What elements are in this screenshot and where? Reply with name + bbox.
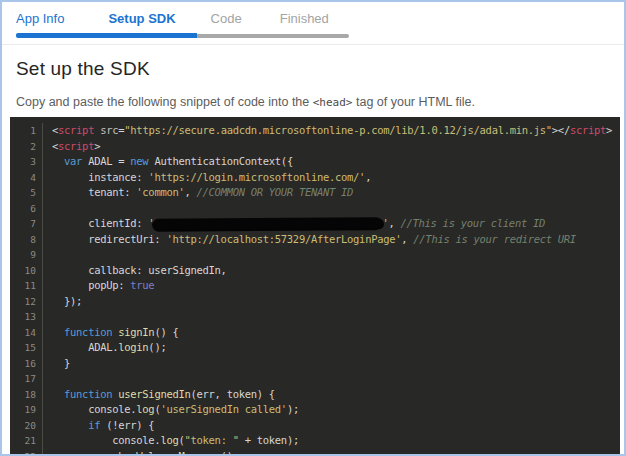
line-number: 18 [10,387,36,403]
tab-code[interactable]: Code [211,11,242,26]
code-line: 2<script> [10,139,620,155]
code-line: 8 redirectUri: 'http://localhost:57329/A… [10,232,620,248]
line-number: 5 [10,185,36,201]
tab-finished[interactable]: Finished [280,11,329,26]
code-line: 1<script src="https://secure.aadcdn.micr… [10,123,620,139]
code-editor[interactable]: 1<script src="https://secure.aadcdn.micr… [10,117,620,454]
line-number: 8 [10,232,36,248]
code-line: 4 instance: 'https://login.microsoftonli… [10,170,620,186]
code-line: 18 function userSignedIn(err, token) { [10,387,620,403]
progress-bar-complete [16,33,197,38]
line-number: 3 [10,154,36,170]
code-line: 12 }); [10,294,620,310]
line-number: 22 [10,449,36,455]
code-line: 13 [10,309,620,325]
code-line: 6 [10,201,620,217]
line-number: 1 [10,123,36,139]
line-number: 12 [10,294,36,310]
line-number: 4 [10,170,36,186]
line-number: 17 [10,371,36,387]
head-tag-inline-code: <head> [313,96,353,109]
code-line: 11 popUp: true [10,278,620,294]
line-number: 10 [10,263,36,279]
instruction-before: Copy and paste the following snippet of … [16,95,313,109]
line-number: 13 [10,309,36,325]
line-number: 14 [10,325,36,341]
code-line: 16 } [10,356,620,372]
wizard-tab-strip: App Info Setup SDK Code Finished [2,2,624,45]
instruction-text: Copy and paste the following snippet of … [16,95,610,109]
code-line: 10 callback: userSignedIn, [10,263,620,279]
line-number: 20 [10,418,36,434]
code-line: 20 if (!err) { [10,418,620,434]
code-line: 17 [10,371,620,387]
line-number: 21 [10,433,36,449]
wizard-progress-bar [16,33,624,38]
code-line: 5 tenant: 'common', //COMMON OR YOUR TEN… [10,185,620,201]
tab-app-info[interactable]: App Info [16,11,64,26]
line-number: 6 [10,201,36,217]
code-line: 9 [10,247,620,263]
redacted-client-id [154,217,382,230]
code-line: 3 var ADAL = new AuthenticationContext({ [10,154,620,170]
instruction-after: tag of your HTML file. [352,95,475,109]
tab-setup-sdk[interactable]: Setup SDK [108,11,175,26]
line-number: 9 [10,247,36,263]
line-number: 19 [10,402,36,418]
line-number: 11 [10,278,36,294]
progress-bar-remaining [197,34,349,38]
page-title: Set up the SDK [16,58,624,80]
code-line: 7 clientId: '', //This is your client ID [10,216,620,232]
line-number: 15 [10,340,36,356]
code-line: 21 console.log("token: " + token); [10,433,620,449]
code-line: 22 showWelcomeMessage(); [10,449,620,455]
code-line: 19 console.log('userSignedIn called'); [10,402,620,418]
line-number: 16 [10,356,36,372]
code-line: 15 ADAL.login(); [10,340,620,356]
line-number: 7 [10,216,36,232]
line-number: 2 [10,139,36,155]
wizard-window: App Info Setup SDK Code Finished Set up … [0,0,626,456]
code-line: 14 function signIn() { [10,325,620,341]
